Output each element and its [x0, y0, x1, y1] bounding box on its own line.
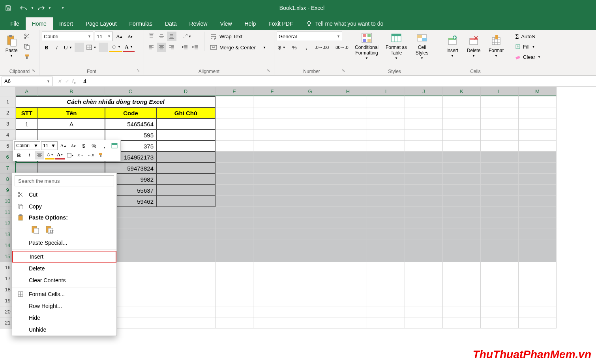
cell[interactable] — [253, 118, 291, 129]
font-name-combo[interactable]: Calibri▼ — [42, 32, 93, 41]
cell[interactable] — [481, 284, 519, 295]
tab-view[interactable]: View — [214, 17, 238, 30]
cell[interactable] — [291, 163, 329, 174]
cell[interactable] — [519, 141, 557, 152]
cell[interactable] — [156, 141, 216, 152]
cell[interactable] — [519, 262, 557, 273]
cell[interactable] — [481, 107, 519, 118]
cell[interactable] — [519, 218, 557, 229]
mini-increase-font[interactable]: A▴ — [58, 141, 68, 150]
cm-cut[interactable]: Cut — [12, 189, 116, 201]
cell[interactable]: 1 — [16, 118, 38, 129]
cell[interactable] — [443, 174, 481, 185]
cell[interactable] — [481, 229, 519, 240]
cell[interactable] — [481, 129, 519, 141]
cell[interactable] — [216, 141, 253, 152]
align-top-button[interactable] — [146, 32, 156, 41]
cell[interactable] — [405, 251, 443, 262]
cell[interactable] — [291, 174, 329, 185]
decrease-font-button[interactable]: A▾ — [126, 32, 135, 41]
cell[interactable] — [253, 185, 291, 196]
autosum-button[interactable]: ∑AutoS — [514, 32, 537, 41]
cell[interactable] — [367, 306, 405, 317]
col-header-I[interactable]: I — [367, 87, 405, 96]
cell[interactable] — [443, 207, 481, 218]
col-header-C[interactable]: C — [105, 87, 156, 96]
redo-button[interactable] — [37, 4, 45, 12]
cell[interactable] — [216, 129, 253, 141]
wrap-text-button[interactable]: Wrap Text — [208, 32, 268, 41]
cell[interactable] — [156, 196, 216, 207]
cell[interactable] — [367, 273, 405, 284]
cell[interactable] — [253, 240, 291, 251]
cell[interactable] — [519, 240, 557, 251]
cell[interactable] — [291, 218, 329, 229]
cm-copy[interactable]: Copy — [12, 201, 116, 212]
cell[interactable] — [216, 152, 253, 163]
cell[interactable] — [329, 107, 367, 118]
cell[interactable] — [405, 240, 443, 251]
cell[interactable] — [367, 152, 405, 163]
cell[interactable] — [291, 295, 329, 306]
col-header-K[interactable]: K — [443, 87, 481, 96]
cell[interactable] — [367, 240, 405, 251]
cell[interactable] — [291, 185, 329, 196]
cell[interactable] — [329, 262, 367, 273]
cell[interactable] — [291, 141, 329, 152]
tab-home[interactable]: Home — [26, 17, 53, 30]
cell[interactable] — [405, 163, 443, 174]
cm-format-cells[interactable]: Format Cells... — [12, 288, 116, 300]
cell[interactable] — [405, 118, 443, 129]
cell[interactable] — [443, 317, 481, 328]
cell[interactable] — [405, 196, 443, 207]
paste-button[interactable]: Paste ▼ — [2, 32, 21, 60]
row-header[interactable]: 1 — [0, 96, 16, 107]
cell[interactable] — [216, 251, 253, 262]
cell[interactable] — [519, 229, 557, 240]
cell[interactable] — [329, 284, 367, 295]
cell[interactable] — [481, 218, 519, 229]
cell[interactable] — [481, 295, 519, 306]
cell[interactable] — [405, 207, 443, 218]
cell[interactable] — [291, 152, 329, 163]
cell[interactable] — [443, 229, 481, 240]
cell[interactable] — [253, 129, 291, 141]
cm-row-height[interactable]: Row Height... — [12, 300, 116, 312]
undo-button[interactable] — [19, 4, 28, 12]
mini-italic[interactable]: I — [24, 151, 34, 159]
cell[interactable] — [481, 196, 519, 207]
mini-font-color[interactable]: A▼ — [55, 151, 65, 159]
cell[interactable] — [156, 174, 216, 185]
cell[interactable] — [156, 273, 216, 284]
cell[interactable] — [156, 240, 216, 251]
cell[interactable] — [156, 251, 216, 262]
cell[interactable] — [367, 251, 405, 262]
tab-insert[interactable]: Insert — [53, 17, 79, 30]
cell[interactable] — [291, 284, 329, 295]
cell[interactable] — [216, 163, 253, 174]
row-header[interactable]: 4 — [0, 129, 16, 141]
cell[interactable] — [216, 207, 253, 218]
cm-hide[interactable]: Hide — [12, 312, 116, 324]
cut-button[interactable] — [22, 32, 32, 41]
cell[interactable] — [216, 317, 253, 328]
cell[interactable] — [405, 262, 443, 273]
cell[interactable] — [253, 174, 291, 185]
cell[interactable] — [253, 251, 291, 262]
cell[interactable] — [405, 273, 443, 284]
mini-font-combo[interactable]: Calibri▼ — [14, 141, 40, 150]
cell[interactable] — [156, 295, 216, 306]
name-box[interactable]: A6▼ — [2, 77, 53, 86]
font-dialog-launcher[interactable]: ⤡ — [137, 68, 142, 74]
cell[interactable] — [405, 107, 443, 118]
cell[interactable] — [216, 273, 253, 284]
mini-table-icon[interactable] — [110, 141, 119, 150]
cell[interactable] — [253, 163, 291, 174]
cell[interactable] — [481, 273, 519, 284]
increase-font-button[interactable]: A▴ — [114, 32, 124, 41]
cell[interactable]: Tên — [38, 107, 105, 118]
cell[interactable] — [216, 218, 253, 229]
cell[interactable] — [481, 174, 519, 185]
cell[interactable] — [519, 196, 557, 207]
cell[interactable]: A — [38, 118, 105, 129]
